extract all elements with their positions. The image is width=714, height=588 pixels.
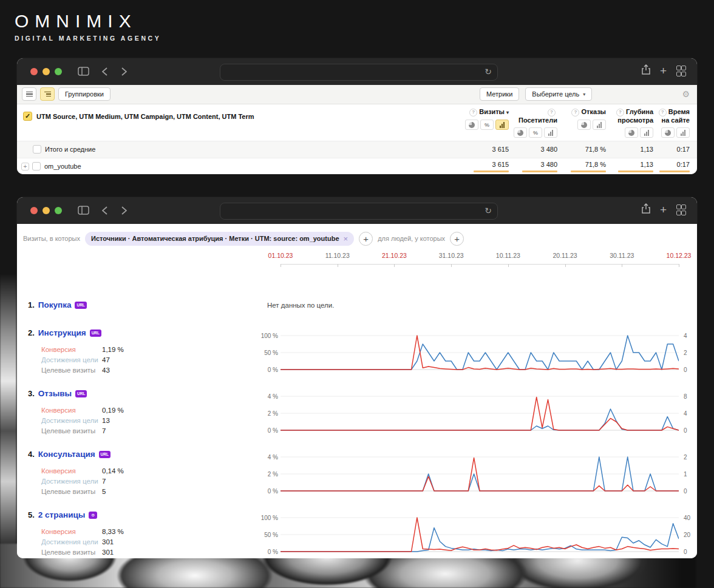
tab-overview-icon[interactable] — [676, 204, 685, 215]
pie-toggle-button[interactable] — [625, 127, 638, 138]
bar-toggle-button[interactable] — [593, 120, 606, 130]
no-data-message: Нет данных по цели. — [267, 302, 334, 309]
list-view-button[interactable] — [22, 87, 36, 101]
sidebar-icon[interactable] — [78, 206, 89, 217]
dimension-checkbox[interactable]: ✓ — [23, 112, 32, 121]
metric-column-header[interactable]: ?Время на сайте — [654, 108, 690, 124]
minimize-button[interactable] — [42, 207, 50, 214]
stat-label: Целевые визиты — [41, 367, 95, 374]
zoom-button[interactable] — [55, 68, 62, 75]
metric-column: ?Визиты▾% — [438, 108, 510, 138]
add-people-condition-button[interactable]: + — [450, 232, 464, 246]
goal-section: 5.2 страницы⊙Конверсия8,33 %Достижения ц… — [17, 510, 697, 558]
utm-source-filter-chip[interactable]: Источники · Автоматическая атрибуция · М… — [85, 232, 354, 246]
metric-display-toggles — [654, 127, 690, 138]
close-button[interactable] — [30, 207, 38, 214]
list-icon — [26, 92, 33, 97]
goal-type-badge: URL — [75, 302, 86, 309]
tree-view-button[interactable] — [40, 87, 55, 101]
left-axis-label: 50 % — [251, 350, 278, 356]
pie-toggle-button[interactable] — [465, 120, 478, 130]
row-label[interactable]: Итого и средние — [45, 146, 95, 153]
zoom-button[interactable] — [55, 207, 62, 214]
stat-label: Целевые визиты — [41, 488, 95, 495]
stat-value: 5 — [102, 488, 106, 495]
minimize-button[interactable] — [42, 68, 50, 75]
close-button[interactable] — [30, 68, 38, 75]
right-axis-label: 4 — [684, 333, 697, 339]
add-visit-condition-button[interactable]: + — [359, 232, 373, 246]
help-icon[interactable]: ? — [571, 109, 579, 117]
bar-toggle-button[interactable] — [676, 127, 690, 138]
left-axis-label: 4 % — [251, 393, 278, 400]
help-icon[interactable]: ? — [548, 109, 556, 117]
new-tab-icon[interactable]: + — [660, 65, 667, 76]
metric-column-header[interactable]: ?Глубина просмотра — [607, 108, 653, 124]
percent-toggle-button[interactable]: % — [480, 120, 494, 130]
close-icon[interactable]: × — [344, 234, 348, 243]
sidebar-icon[interactable] — [78, 67, 89, 78]
goal-name-link[interactable]: Консультация — [38, 450, 95, 459]
conversion-series — [280, 397, 679, 430]
row-checkbox[interactable] — [33, 145, 41, 154]
right-axis-label: 0 — [684, 549, 697, 555]
sort-desc-icon[interactable]: ▾ — [506, 110, 509, 115]
groupings-button[interactable]: Группировки — [58, 87, 110, 101]
dimension-header-label[interactable]: UTM Source, UTM Medium, UTM Campaign, UT… — [36, 113, 254, 120]
share-bar — [474, 171, 509, 172]
omnimix-logo: OMNIMIX DIGITAL MARKETING AGENCY — [15, 11, 161, 42]
table-row[interactable]: +om_youtube3 6153 48071,8 %1,130:17 — [17, 158, 697, 174]
gear-icon[interactable]: ⚙ — [682, 89, 690, 99]
metric-value: 1,13 — [607, 161, 654, 172]
goal-stat-row: Достижения цели13 — [41, 417, 187, 424]
goal-name-link[interactable]: Покупка — [38, 300, 72, 309]
metric-column-header[interactable]: ?Посетители — [510, 108, 557, 124]
help-icon[interactable]: ? — [659, 109, 667, 117]
pie-toggle-button[interactable] — [577, 120, 591, 130]
metric-column: ?Время на сайте — [654, 108, 691, 138]
forward-icon[interactable] — [121, 206, 127, 217]
goal-name-link[interactable]: Инструкция — [38, 328, 86, 337]
left-axis-label: 4 % — [251, 454, 278, 461]
tab-overview-icon[interactable] — [676, 66, 685, 76]
left-axis-label: 0 % — [251, 427, 278, 434]
help-icon[interactable]: ? — [469, 109, 477, 117]
bar-toggle-button[interactable] — [640, 127, 653, 138]
expand-row-button[interactable]: + — [21, 163, 29, 171]
reload-icon[interactable]: ↻ — [484, 66, 492, 77]
goal-reaches-series — [280, 409, 679, 430]
percent-toggle-button[interactable]: % — [529, 127, 542, 138]
conversion-series — [280, 458, 679, 491]
back-icon[interactable] — [102, 67, 107, 78]
address-bar[interactable]: ↻ — [220, 64, 498, 81]
share-icon[interactable] — [642, 64, 650, 77]
goal-stat-row: Конверсия0,19 % — [41, 407, 187, 414]
row-checkbox[interactable] — [32, 162, 41, 171]
left-axis-label: 2 % — [251, 471, 278, 478]
share-icon[interactable] — [642, 203, 650, 216]
stat-value: 1,19 % — [102, 346, 124, 353]
new-tab-icon[interactable]: + — [660, 204, 667, 215]
back-icon[interactable] — [102, 206, 107, 217]
goal-number: 5. — [28, 510, 35, 519]
metric-column-header[interactable]: ?Отказы — [559, 108, 606, 117]
help-icon[interactable]: ? — [616, 109, 624, 117]
goal-name-link[interactable]: Отзывы — [38, 389, 72, 398]
right-axis-label: 0 — [684, 367, 697, 373]
row-label[interactable]: om_youtube — [44, 163, 81, 170]
bar-toggle-button[interactable] — [544, 127, 557, 138]
pie-toggle-button[interactable] — [661, 127, 675, 138]
bar-toggle-button[interactable] — [495, 120, 509, 130]
address-bar[interactable]: ↻ — [220, 203, 498, 220]
reload-icon[interactable]: ↻ — [484, 205, 492, 216]
forward-icon[interactable] — [121, 67, 127, 78]
row-values: 3 6153 48071,8 %1,130:17 — [438, 161, 691, 172]
metrics-button[interactable]: Метрики — [480, 87, 519, 101]
goal-name-link[interactable]: 2 страницы — [38, 510, 85, 519]
left-axis-label: 0 % — [251, 488, 278, 495]
metric-column-header[interactable]: ?Визиты▾ — [438, 108, 509, 117]
goal-number: 1. — [28, 300, 35, 309]
pie-toggle-button[interactable] — [514, 127, 527, 138]
table-row[interactable]: Итого и средние3 6153 48071,8 %1,130:17 — [17, 141, 697, 158]
goal-select-button[interactable]: Выберите цель▾ — [525, 87, 592, 101]
